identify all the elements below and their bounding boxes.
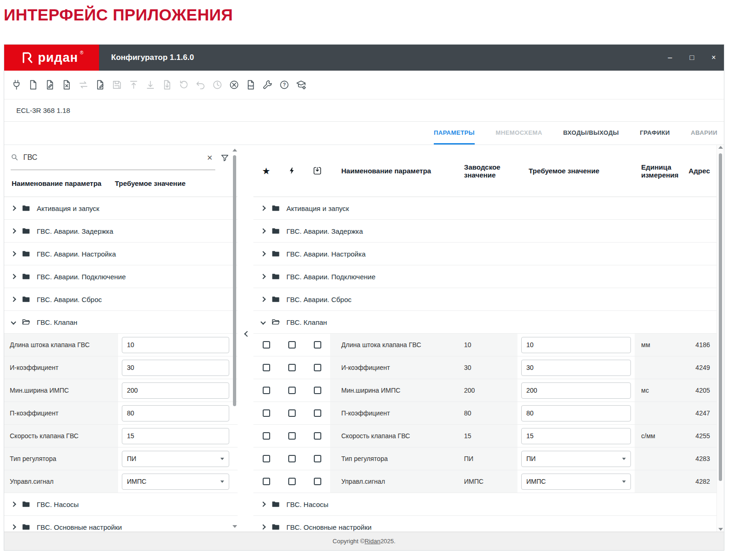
- import-checkbox[interactable]: [314, 387, 321, 394]
- address-value: 4282: [696, 478, 710, 485]
- parameter-value-select[interactable]: ИМПС: [521, 474, 631, 490]
- undo-button: [195, 79, 206, 91]
- import-checkbox[interactable]: [314, 409, 321, 417]
- factory-value: ПИ: [464, 455, 473, 462]
- cancel-button[interactable]: [228, 79, 239, 91]
- folder-open-icon: [21, 317, 31, 327]
- tree-group-row[interactable]: ГВС. Аварии. Сброс: [253, 288, 716, 311]
- group-label: ГВС. Основные настройки: [37, 523, 122, 531]
- import-checkbox[interactable]: [314, 432, 321, 440]
- tree-group-row[interactable]: ГВС. Аварии. Настройка: [4, 243, 238, 265]
- lightning-checkbox[interactable]: [288, 409, 296, 417]
- tree-group-row[interactable]: Активация и запуск: [4, 197, 238, 220]
- edit-document-button[interactable]: [44, 79, 55, 91]
- tree-group-row[interactable]: ГВС. Аварии. Настройка: [253, 243, 716, 265]
- group-label: ГВС. Аварии. Подключение: [286, 273, 376, 281]
- lightning-checkbox[interactable]: [288, 432, 296, 440]
- lightning-icon[interactable]: [288, 167, 296, 175]
- service-tools-button[interactable]: [262, 79, 273, 91]
- restore-icon: [179, 79, 189, 90]
- brand-block: ридан ®: [4, 45, 99, 71]
- parameter-value-input[interactable]: [122, 337, 229, 353]
- star-checkbox[interactable]: [263, 409, 270, 417]
- star-checkbox[interactable]: [263, 364, 270, 371]
- star-checkbox[interactable]: [263, 387, 270, 394]
- parameter-value-select[interactable]: ПИ: [521, 451, 631, 467]
- import-icon[interactable]: [313, 166, 322, 175]
- training-button[interactable]: [295, 79, 306, 91]
- tree-group-row[interactable]: ГВС. Основные настройки: [253, 516, 716, 532]
- star-checkbox[interactable]: [263, 432, 270, 440]
- tree-group-row[interactable]: ГВС. Аварии. Задержка: [4, 220, 238, 243]
- parameter-value-input[interactable]: [122, 360, 229, 376]
- new-document-button[interactable]: [27, 79, 39, 91]
- parameter-value-input[interactable]: [521, 428, 631, 444]
- lightning-checkbox[interactable]: [288, 478, 296, 485]
- scroll-up-icon[interactable]: [232, 149, 237, 151]
- parameter-value-input[interactable]: [122, 428, 229, 444]
- close-button[interactable]: ×: [709, 52, 718, 63]
- column-header-name: Наименование параметра: [4, 179, 115, 187]
- scrollbar-thumb[interactable]: [233, 155, 236, 406]
- parameter-value-input[interactable]: [122, 382, 229, 399]
- tree-group-row[interactable]: ГВС. Аварии. Сброс: [4, 288, 238, 311]
- star-checkbox[interactable]: [263, 341, 270, 349]
- import-checkbox[interactable]: [314, 341, 321, 349]
- tab-inputs-outputs[interactable]: ВХОДЫ/ВЫХОДЫ: [563, 122, 619, 145]
- tree-group-row[interactable]: ГВС. Аварии. Задержка: [253, 220, 716, 243]
- tree-group-row[interactable]: ГВС. Насосы: [253, 493, 716, 516]
- left-scrollbar[interactable]: [232, 148, 237, 529]
- connect-button[interactable]: [11, 79, 22, 91]
- tree-group-row-expanded[interactable]: ГВС. Клапан: [253, 311, 716, 334]
- parameter-value-input[interactable]: [521, 360, 631, 376]
- group-label: ГВС. Насосы: [37, 500, 79, 508]
- main-scrollbar[interactable]: [716, 145, 724, 532]
- import-checkbox[interactable]: [314, 478, 321, 485]
- parameter-name: И-коэффициент: [10, 364, 59, 371]
- group-label: ГВС. Аварии. Сброс: [286, 296, 351, 303]
- parameter-value-input[interactable]: [521, 382, 631, 399]
- search-input[interactable]: [23, 153, 202, 162]
- tree-group-row[interactable]: ГВС. Насосы: [4, 493, 238, 516]
- scroll-down-icon[interactable]: [718, 528, 723, 531]
- parameter-value-input[interactable]: [521, 337, 631, 353]
- filter-button[interactable]: [215, 153, 234, 162]
- help-button[interactable]: ?: [279, 79, 290, 91]
- parameter-value-input[interactable]: [521, 405, 631, 421]
- export-pdf-button[interactable]: PDF: [245, 79, 256, 91]
- write-document-button[interactable]: [94, 79, 106, 91]
- star-checkbox[interactable]: [263, 478, 270, 485]
- upload-button: [128, 79, 139, 91]
- lightning-checkbox[interactable]: [288, 364, 296, 371]
- parameter-value-input[interactable]: [122, 405, 229, 421]
- tab-parameters[interactable]: ПАРАМЕТРЫ: [434, 122, 475, 145]
- collapse-panel-button[interactable]: [243, 330, 251, 337]
- minimize-button[interactable]: –: [665, 52, 675, 63]
- tree-group-row[interactable]: Активация и запуск: [253, 197, 716, 220]
- import-checkbox[interactable]: [314, 455, 321, 462]
- scroll-up-icon[interactable]: [718, 146, 723, 149]
- star-checkbox[interactable]: [263, 455, 270, 462]
- star-icon[interactable]: ★: [262, 166, 271, 176]
- lightning-checkbox[interactable]: [288, 455, 296, 462]
- tab-alarms[interactable]: АВАРИИ: [691, 122, 717, 145]
- tree-group-row[interactable]: ГВС. Аварии. Подключение: [4, 265, 238, 288]
- parameter-value-select[interactable]: ПИ: [122, 451, 229, 467]
- tab-graphs[interactable]: ГРАФИКИ: [640, 122, 670, 145]
- scroll-down-icon[interactable]: [232, 525, 237, 528]
- import-checkbox[interactable]: [314, 364, 321, 371]
- filter-icon: [220, 153, 229, 162]
- lightning-checkbox[interactable]: [288, 387, 296, 394]
- maximize-button[interactable]: □: [687, 52, 696, 63]
- tree-group-row-expanded[interactable]: ГВС. Клапан: [4, 311, 238, 334]
- left-column-headers: Наименование параметра Требуемое значени…: [4, 170, 238, 197]
- remove-document-button[interactable]: [61, 79, 72, 91]
- tree-group-row[interactable]: ГВС. Аварии. Подключение: [253, 265, 716, 288]
- parameter-value-select[interactable]: ИМПС: [122, 474, 229, 490]
- clear-search-button[interactable]: ×: [207, 153, 212, 162]
- tree-group-row[interactable]: ГВС. Основные настройки: [4, 516, 238, 532]
- left-tree: Активация и запуск ГВС. Аварии. Задержка…: [4, 197, 238, 532]
- ridan-link[interactable]: Ridan: [365, 538, 380, 545]
- scrollbar-thumb[interactable]: [719, 153, 722, 481]
- lightning-checkbox[interactable]: [288, 341, 296, 349]
